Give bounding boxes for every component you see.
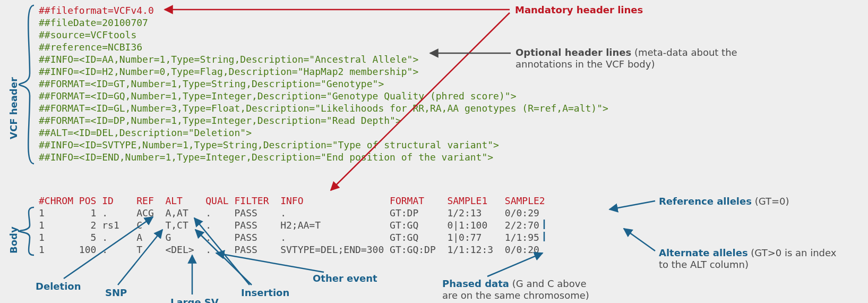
annotation-mandatory-header: Mandatory header lines	[515, 4, 643, 16]
arrow-alternate-alleles	[624, 229, 655, 251]
header-line-10: ##ALT=<ID=DEL,Description="Deletion">	[39, 127, 252, 139]
annotation-alternate-alleles-main: Alternate alleles	[659, 247, 748, 258]
brace-body	[18, 206, 35, 256]
body-row-1: 1 2 rs1 C T,CT . PASS H2;AA=T GT:GQ 0|1:…	[39, 219, 539, 231]
header-line-7: ##FORMAT=<ID=GQ,Number=1,Type=Integer,De…	[39, 90, 516, 102]
annotation-phased-main: Phased data	[442, 278, 509, 289]
header-line-3: ##reference=NCBI36	[39, 41, 142, 53]
header-line-1: ##fileDate=20100707	[39, 16, 148, 29]
body-row-2: 1 5 . A G . PASS . GT:GQ 1|0:77 1/1:95	[39, 231, 539, 243]
header-line-11: ##INFO=<ID=SVTYPE,Number=1,Type=String,D…	[39, 139, 499, 151]
annotation-reference-alleles: Reference alleles (GT=0)	[659, 196, 789, 207]
side-label-body: Body	[8, 226, 19, 254]
annotation-phased: Phased data (G and C above are on the sa…	[442, 278, 591, 301]
header-line-6: ##FORMAT=<ID=GT,Number=1,Type=String,Des…	[39, 78, 384, 90]
annotation-deletion: Deletion	[36, 281, 81, 292]
annotation-large-sv: Large SV	[170, 297, 219, 303]
annotation-optional-header-main: Optional header lines	[515, 47, 631, 58]
body-row-0: 1 1 . ACG A,AT . PASS . GT:DP 1/2:13 0/0…	[39, 207, 539, 219]
side-label-vcf-header: VCF header	[8, 77, 19, 139]
header-line-12: ##INFO=<ID=END,Number=1,Type=Integer,Des…	[39, 151, 493, 163]
brace-vcf-header	[18, 4, 35, 165]
arrow-phased	[487, 253, 543, 276]
vcf-format-diagram: VCF header Body ##fileformat=VCFv4.0 ##f…	[0, 0, 868, 303]
header-line-2: ##source=VCFtools	[39, 29, 136, 41]
header-line-5: ##INFO=<ID=H2,Number=0,Type=Flag,Descrip…	[39, 65, 418, 78]
header-line-4: ##INFO=<ID=AA,Number=1,Type=String,Descr…	[39, 53, 418, 65]
body-row-3: 1 100 . T <DEL> . PASS SVTYPE=DEL;END=30…	[39, 243, 539, 256]
annotation-other-event: Other event	[313, 273, 377, 284]
annotation-insertion: Insertion	[241, 287, 289, 299]
annotation-optional-header: Optional header lines (meta-data about t…	[515, 47, 760, 70]
column-header-row: #CHROM POS ID REF ALT QUAL FILTER INFO F…	[39, 195, 545, 207]
annotation-snp: SNP	[105, 287, 127, 299]
arrow-reference-alleles	[609, 201, 655, 209]
header-line-9: ##FORMAT=<ID=DP,Number=1,Type=Integer,De…	[39, 114, 401, 127]
arrow-other-event	[216, 253, 324, 272]
annotation-reference-alleles-main: Reference alleles	[659, 196, 752, 207]
header-line-0-mandatory: ##fileformat=VCFv4.0	[39, 4, 154, 16]
annotation-alternate-alleles: Alternate alleles (GT>0 is an index to t…	[659, 247, 839, 271]
header-line-8: ##FORMAT=<ID=GL,Number=3,Type=Float,Desc…	[39, 102, 608, 114]
annotation-reference-alleles-sub: (GT=0)	[752, 196, 789, 207]
